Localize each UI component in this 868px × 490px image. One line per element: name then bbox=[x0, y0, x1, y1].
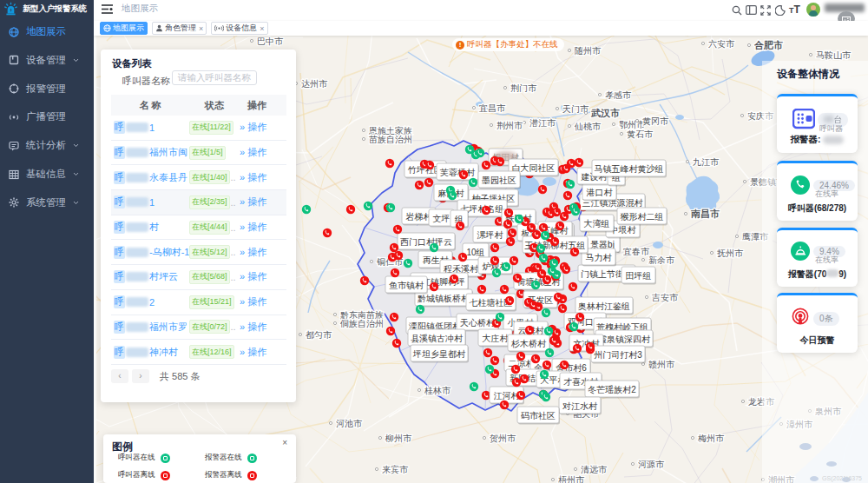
svg-text:孝感市: 孝感市 bbox=[605, 90, 632, 100]
svg-text:九江市: 九江市 bbox=[693, 157, 720, 167]
svg-text:荆州市: 荆州市 bbox=[496, 121, 523, 130]
svg-text:梧州市: 梧州市 bbox=[558, 475, 585, 484]
svg-text:奥林村江鉴组: 奥林村江鉴组 bbox=[578, 301, 630, 311]
svg-text:码市社区: 码市社区 bbox=[521, 411, 556, 420]
svg-text:吉安市: 吉安市 bbox=[652, 293, 679, 302]
svg-text:桂林市: 桂林市 bbox=[424, 386, 451, 395]
svg-text:荆门市: 荆门市 bbox=[510, 83, 537, 93]
svg-text:霞泉镇深四村: 霞泉镇深四村 bbox=[598, 334, 651, 344]
svg-text:冬芒瑶族村2: 冬芒瑶族村2 bbox=[588, 385, 636, 394]
svg-text:河源市: 河源市 bbox=[638, 460, 665, 469]
svg-text:都匀市: 都匀市 bbox=[306, 330, 332, 340]
svg-text:仙桃市: 仙桃市 bbox=[574, 122, 602, 131]
svg-text:程禾溪村: 程禾溪村 bbox=[444, 264, 479, 274]
svg-text:六安市: 六安市 bbox=[708, 39, 735, 49]
svg-text:天心桥村: 天心桥村 bbox=[460, 318, 496, 328]
svg-text:杉木桥村: 杉木桥村 bbox=[510, 339, 547, 348]
svg-text:马鞍山市: 马鞍山市 bbox=[816, 50, 852, 60]
svg-text:马力村: 马力村 bbox=[586, 253, 613, 262]
svg-text:县溪镇古冲村: 县溪镇古冲村 bbox=[411, 334, 464, 343]
svg-text:西门口村坪云: 西门口村坪云 bbox=[400, 237, 452, 247]
svg-text:黄石市: 黄石市 bbox=[627, 129, 654, 139]
svg-text:来宾市: 来宾市 bbox=[382, 465, 409, 474]
svg-text:潜江市: 潜江市 bbox=[529, 118, 556, 128]
svg-text:苗族自治州: 苗族自治州 bbox=[369, 135, 412, 144]
svg-text:合肥市: 合肥市 bbox=[753, 40, 783, 50]
svg-text:随州市: 随州市 bbox=[575, 46, 602, 56]
svg-text:梅州市: 梅州市 bbox=[697, 434, 725, 443]
svg-text:田坪组: 田坪组 bbox=[626, 271, 652, 281]
svg-text:大湾组: 大湾组 bbox=[584, 219, 610, 228]
svg-text:马镇五峰村黄沙组: 马镇五峰村黄沙组 bbox=[595, 164, 664, 174]
svg-text:墨园社区: 墨园社区 bbox=[481, 175, 516, 185]
svg-text:抚州市: 抚州市 bbox=[716, 248, 744, 258]
svg-text:鱼市镇村: 鱼市镇村 bbox=[389, 281, 424, 290]
svg-text:新余市: 新余市 bbox=[648, 255, 675, 265]
svg-text:宜春市: 宜春市 bbox=[623, 247, 650, 256]
svg-text:芙蓉桥村: 芙蓉桥村 bbox=[439, 168, 476, 177]
svg-text:宜昌市: 宜昌市 bbox=[479, 103, 506, 113]
svg-text:文坪: 文坪 bbox=[433, 214, 450, 223]
svg-text:贺州市: 贺州市 bbox=[490, 434, 516, 443]
svg-text:武汉市: 武汉市 bbox=[590, 108, 620, 118]
svg-text:清远市: 清远市 bbox=[581, 465, 608, 474]
svg-text:侗族自治州: 侗族自治州 bbox=[339, 319, 384, 328]
svg-text:漯坪村: 漯坪村 bbox=[477, 230, 504, 240]
svg-text:港口村: 港口村 bbox=[587, 188, 614, 197]
svg-text:黄冈市: 黄冈市 bbox=[642, 116, 669, 126]
svg-text:黔城镇板桥村: 黔城镇板桥村 bbox=[418, 294, 470, 303]
svg-text:对江水村: 对江水村 bbox=[562, 401, 598, 411]
svg-text:达州市: 达州市 bbox=[301, 79, 328, 89]
svg-text:南昌市: 南昌市 bbox=[690, 209, 720, 219]
svg-text:赣州市: 赣州市 bbox=[648, 360, 675, 369]
svg-text:猴形村二组: 猴形村二组 bbox=[621, 212, 664, 222]
svg-text:坪坦乡皇都村: 坪坦乡皇都村 bbox=[412, 349, 466, 359]
svg-text:大庄村: 大庄村 bbox=[483, 334, 510, 343]
svg-text:河池市: 河池市 bbox=[336, 419, 363, 428]
svg-text:巴中市: 巴中市 bbox=[257, 36, 284, 46]
svg-text:景器bj: 景器bj bbox=[590, 240, 615, 249]
svg-text:柳州市: 柳州市 bbox=[385, 434, 412, 443]
svg-text:州门司打村3: 州门司打村3 bbox=[594, 350, 642, 360]
svg-text:10组: 10组 bbox=[466, 248, 484, 257]
